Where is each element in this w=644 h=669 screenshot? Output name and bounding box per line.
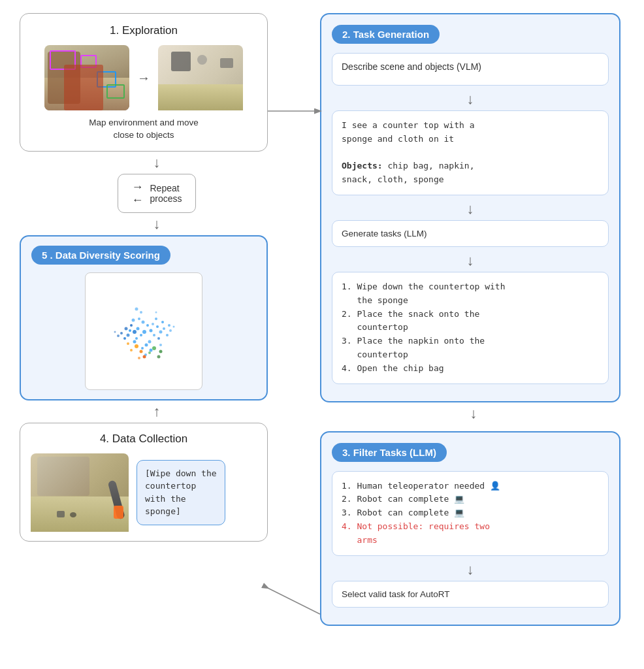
invalid-task: 4. Not possible: requires two arms (342, 521, 490, 545)
svg-point-18 (157, 337, 160, 340)
svg-point-17 (145, 343, 148, 346)
bbox-green (106, 84, 125, 99)
section-diversity: 5 . Data Diversity Scoring (20, 235, 268, 400)
svg-point-24 (166, 334, 169, 336)
svg-point-2 (146, 324, 149, 327)
arrow-describe-to-vlm: ↓ (332, 92, 609, 106)
svg-point-14 (127, 333, 130, 336)
svg-point-25 (141, 347, 144, 350)
arrow-generate-to-tasks: ↓ (332, 253, 609, 268)
svg-point-47 (159, 350, 163, 353)
svg-point-41 (140, 350, 143, 353)
repeat-process-box: → ← Repeatprocess (118, 174, 195, 213)
exploration-description: Map environment and moveclose to objects (32, 117, 255, 142)
svg-point-27 (132, 318, 135, 321)
svg-point-10 (159, 330, 163, 333)
svg-point-5 (133, 330, 137, 334)
svg-point-19 (129, 329, 131, 332)
filter-tasks-title: 3. Filter Tasks (LLM) (332, 443, 447, 462)
vlm-output-box: I see a counter top with asponge and clo… (332, 110, 609, 195)
svg-point-34 (135, 307, 138, 310)
svg-point-8 (156, 325, 159, 328)
svg-point-42 (130, 349, 133, 351)
svg-point-9 (130, 324, 133, 327)
collection-title: 4. Data Collection (31, 432, 257, 446)
svg-point-21 (152, 323, 154, 325)
svg-point-22 (161, 321, 164, 323)
svg-point-49 (157, 355, 161, 358)
svg-point-3 (150, 329, 153, 332)
repeat-process-container: → ← Repeatprocess (20, 174, 294, 213)
svg-point-11 (135, 337, 138, 340)
section-exploration: 1. Exploration → (20, 13, 268, 152)
robot-scene-image-2 (158, 45, 243, 110)
svg-point-44 (127, 342, 129, 345)
svg-point-36 (173, 325, 175, 327)
svg-point-40 (135, 344, 138, 348)
svg-point-1 (137, 327, 140, 330)
arrow-exploration-to-repeat: ↓ (20, 155, 294, 170)
svg-point-13 (155, 318, 157, 320)
diversity-title: 5 . Data Diversity Scoring (31, 246, 170, 265)
svg-line-51 (268, 588, 320, 614)
arrow-collection-to-diversity: ↑ (20, 404, 294, 419)
scatter-plot (85, 272, 202, 390)
select-valid-task-box: Select valid task for AutoRT (332, 581, 609, 608)
svg-point-48 (148, 351, 151, 354)
generate-tasks-label: Generate tasks (LLM) (342, 229, 599, 238)
svg-point-26 (123, 337, 126, 340)
svg-point-45 (138, 357, 140, 359)
task-label-box: [Wipe down thecountertopwith thesponge] (137, 460, 225, 525)
arrow-filter-to-select: ↓ (332, 563, 609, 577)
svg-point-4 (140, 334, 142, 336)
robot-task-image (31, 453, 129, 532)
filtered-tasks-box: 1. Human teleoperator needed 👤 2. Robot … (332, 471, 609, 556)
svg-point-7 (142, 320, 145, 323)
exploration-title: 1. Exploration (32, 24, 255, 37)
svg-point-43 (143, 355, 146, 358)
svg-point-39 (155, 311, 157, 313)
exploration-images: → (32, 45, 255, 110)
svg-point-20 (133, 340, 137, 343)
section-filter-tasks: 3. Filter Tasks (LLM) 1. Human teleopera… (320, 431, 620, 626)
robot-scene-image-1 (44, 45, 129, 110)
repeat-icon: → ← (131, 181, 143, 206)
svg-point-32 (169, 329, 172, 332)
svg-point-30 (140, 311, 142, 314)
generate-tasks-box: Generate tasks (LLM) (332, 220, 609, 247)
scatter-svg (86, 273, 202, 390)
svg-point-12 (148, 340, 152, 343)
collection-content: [Wipe down thecountertopwith thesponge] (31, 453, 257, 532)
describe-scene-label: Describe scene and objects (VLM) (342, 61, 599, 72)
describe-scene-box: Describe scene and objects (VLM) (332, 53, 609, 86)
svg-point-31 (150, 348, 153, 351)
svg-point-35 (159, 344, 162, 346)
task-generation-title: 2. Task Generation (332, 25, 440, 44)
svg-point-23 (125, 327, 128, 330)
svg-point-46 (152, 346, 156, 350)
svg-point-0 (142, 330, 146, 334)
svg-point-33 (117, 334, 120, 337)
section-task-generation: 2. Task Generation Describe scene and ob… (320, 13, 620, 402)
svg-point-28 (168, 324, 170, 327)
svg-point-16 (138, 318, 140, 320)
arrow-taskgen-to-filter: ↓ (320, 406, 627, 421)
section-collection: 4. Data Collection [Wipe dow (20, 423, 268, 542)
svg-point-29 (120, 332, 123, 334)
select-valid-task-label: Select valid task for AutoRT (342, 589, 599, 599)
task-list-box: 1. Wipe down the countertop with the spo… (332, 272, 609, 384)
repeat-label: Repeatprocess (150, 183, 182, 204)
arrow-between-images: → (137, 71, 150, 86)
arrow-vlm-to-generate: ↓ (332, 202, 609, 216)
arrow-repeat-to-diversity: ↓ (20, 217, 294, 231)
svg-point-37 (114, 331, 116, 333)
svg-point-6 (153, 334, 155, 336)
svg-point-15 (163, 327, 165, 330)
